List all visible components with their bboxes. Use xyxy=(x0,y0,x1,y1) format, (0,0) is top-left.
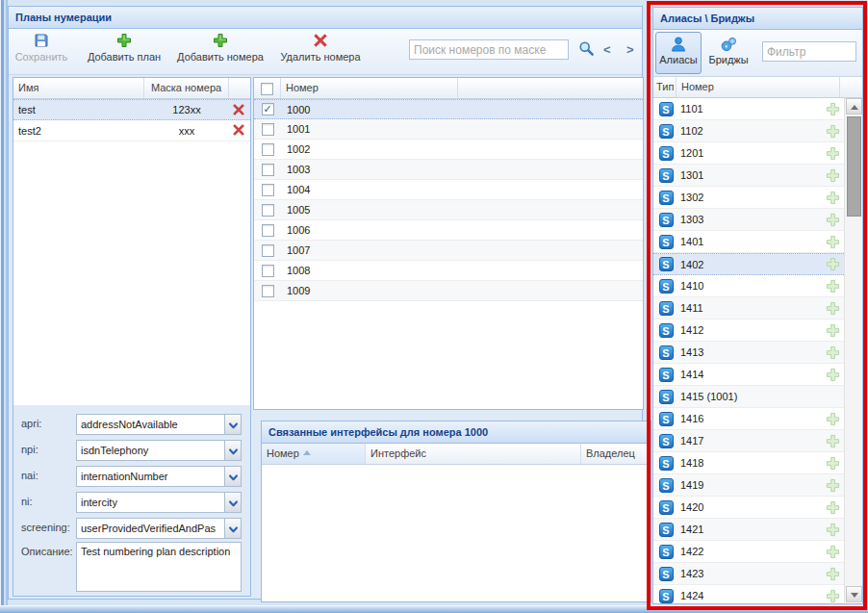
column-header-type[interactable]: Тип xyxy=(653,77,677,97)
alias-row[interactable]: S1410 xyxy=(653,275,844,297)
combobox-dropdown-trigger[interactable] xyxy=(224,467,241,486)
add-alias-icon[interactable] xyxy=(821,434,844,448)
number-checkbox[interactable] xyxy=(262,224,274,237)
alias-row[interactable]: S1417 xyxy=(653,430,844,452)
field-combobox[interactable]: isdnTelephony xyxy=(76,440,242,461)
add-alias-icon[interactable] xyxy=(821,257,844,271)
alias-row[interactable]: S1416 xyxy=(653,408,844,430)
column-header-owner[interactable]: Владелец xyxy=(581,444,651,464)
add-alias-icon[interactable] xyxy=(821,567,844,581)
add-alias-icon[interactable] xyxy=(821,523,844,537)
number-row[interactable]: ✓1000 xyxy=(254,99,643,119)
add-alias-icon[interactable] xyxy=(821,545,844,559)
add-alias-icon[interactable] xyxy=(821,279,844,294)
combobox-dropdown-trigger[interactable] xyxy=(224,415,241,434)
alias-row[interactable]: S1420 xyxy=(653,497,844,519)
number-checkbox[interactable] xyxy=(262,285,274,297)
field-combobox[interactable]: addressNotAvailable xyxy=(76,414,242,435)
number-row[interactable]: 1001 xyxy=(254,119,643,140)
add-alias-icon[interactable] xyxy=(821,146,844,161)
number-checkbox[interactable] xyxy=(262,143,274,156)
field-combobox[interactable]: internationNumber xyxy=(76,466,242,487)
add-alias-icon[interactable] xyxy=(821,345,844,360)
combobox-dropdown-trigger[interactable] xyxy=(224,493,241,512)
number-row[interactable]: 1009 xyxy=(254,281,643,301)
add-alias-icon[interactable] xyxy=(821,102,844,116)
add-numbers-button[interactable]: Добавить номера xyxy=(170,33,270,71)
number-checkbox[interactable] xyxy=(262,244,274,257)
aliases-scrollbar[interactable] xyxy=(844,98,862,602)
alias-row[interactable]: S1303 xyxy=(653,209,844,231)
add-alias-icon[interactable] xyxy=(821,235,844,249)
alias-row[interactable]: S1418 xyxy=(653,452,844,474)
search-icon[interactable] xyxy=(578,40,595,59)
add-alias-icon[interactable] xyxy=(821,168,844,183)
number-row[interactable]: 1006 xyxy=(254,220,643,241)
tab-aliases[interactable]: Алиасы xyxy=(655,32,702,74)
delete-plan-icon[interactable] xyxy=(229,123,248,138)
alias-row[interactable]: S1412 xyxy=(653,319,844,342)
field-combobox[interactable]: intercity xyxy=(76,492,242,513)
column-header-name[interactable]: Имя xyxy=(13,78,144,98)
column-header-number[interactable]: Номер xyxy=(281,78,458,98)
alias-row[interactable]: S1201 xyxy=(653,142,844,165)
alias-row[interactable]: S1423 xyxy=(653,563,844,585)
delete-plan-icon[interactable] xyxy=(229,103,248,117)
number-row[interactable]: 1007 xyxy=(254,241,643,261)
number-checkbox[interactable] xyxy=(262,184,274,196)
description-textarea[interactable]: Test numbering plan description xyxy=(76,542,242,592)
add-alias-icon[interactable] xyxy=(821,368,844,382)
alias-row[interactable]: S1102 xyxy=(653,120,844,142)
alias-row[interactable]: S1414 xyxy=(653,364,844,386)
filter-input[interactable] xyxy=(762,41,856,62)
column-header-mask[interactable]: Маска номера xyxy=(144,78,229,98)
add-alias-icon[interactable] xyxy=(821,323,844,338)
add-alias-icon[interactable] xyxy=(821,213,844,227)
alias-row[interactable]: S1101 xyxy=(653,98,844,120)
number-checkbox[interactable] xyxy=(262,265,274,277)
alias-row[interactable]: S1401 xyxy=(653,231,844,253)
scroll-down-button[interactable] xyxy=(846,586,862,602)
add-alias-icon[interactable] xyxy=(821,301,844,316)
add-alias-icon[interactable] xyxy=(821,500,844,515)
alias-row[interactable]: S1419 xyxy=(653,474,844,497)
column-header-interface[interactable]: Интерфейс xyxy=(366,444,581,464)
number-checkbox[interactable] xyxy=(262,204,274,217)
page-next-arrow[interactable]: > xyxy=(626,42,634,57)
alias-row[interactable]: S1411 xyxy=(653,297,844,319)
alias-row[interactable]: S1413 xyxy=(653,342,844,364)
add-alias-icon[interactable] xyxy=(821,191,844,205)
scrollbar-thumb[interactable] xyxy=(847,116,861,217)
alias-row[interactable]: S1415 (1001) xyxy=(653,386,844,408)
combobox-dropdown-trigger[interactable] xyxy=(224,441,241,460)
add-alias-icon[interactable] xyxy=(821,478,844,493)
alias-row[interactable]: S1422 xyxy=(653,541,844,563)
field-combobox[interactable]: userProvidedVerifiedAndPas xyxy=(76,518,242,539)
column-header-alias-number[interactable]: Номер xyxy=(677,77,840,97)
page-prev-arrow[interactable]: < xyxy=(603,42,611,57)
number-row[interactable]: 1004 xyxy=(254,180,643,200)
number-row[interactable]: 1008 xyxy=(254,261,643,281)
add-alias-icon[interactable] xyxy=(821,589,844,603)
number-checkbox[interactable]: ✓ xyxy=(262,103,274,115)
tab-bridges[interactable]: Бриджы xyxy=(705,32,752,74)
alias-row[interactable]: S1301 xyxy=(653,165,844,187)
plan-row[interactable]: test123xx xyxy=(13,99,250,120)
delete-numbers-button[interactable]: Удалить номера xyxy=(274,33,367,71)
number-checkbox[interactable] xyxy=(262,123,274,136)
save-button[interactable]: Сохранить xyxy=(11,33,72,71)
column-header-iface-number[interactable]: Номер xyxy=(262,444,366,464)
plan-row[interactable]: test2xxx xyxy=(13,120,250,141)
search-input[interactable] xyxy=(409,39,569,60)
add-alias-icon[interactable] xyxy=(821,412,844,426)
alias-row[interactable]: S1421 xyxy=(653,519,844,541)
scroll-up-button[interactable] xyxy=(846,98,862,115)
number-row[interactable]: 1005 xyxy=(254,200,643,220)
number-checkbox[interactable] xyxy=(262,164,274,176)
number-row[interactable]: 1003 xyxy=(254,160,643,180)
select-all-checkbox[interactable] xyxy=(261,83,273,95)
add-alias-icon[interactable] xyxy=(821,124,844,139)
alias-row[interactable]: S1402 xyxy=(653,253,844,275)
combobox-dropdown-trigger[interactable] xyxy=(224,519,241,538)
add-plan-button[interactable]: Добавить план xyxy=(80,33,168,71)
